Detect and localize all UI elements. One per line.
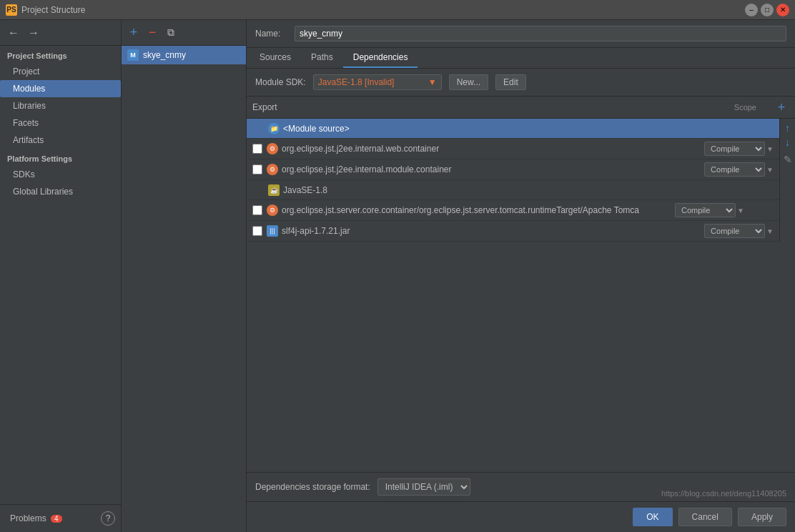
maximize-button[interactable]: □: [761, 4, 774, 16]
dep-name-module-container: org.eclipse.jst.j2ee.internal.module.con…: [282, 164, 704, 174]
sdk-dropdown-icon: ▼: [428, 77, 437, 87]
sdk-select[interactable]: JavaSE-1.8 [Invalid] ▼: [313, 74, 442, 90]
help-button[interactable]: ?: [101, 511, 115, 526]
sidebar-item-facets[interactable]: Facets: [0, 114, 121, 132]
move-up-button[interactable]: ↑: [781, 122, 794, 134]
jdk-icon: ☕: [268, 184, 280, 196]
dep-name-javase: JavaSE-1.8: [283, 185, 774, 195]
watermark: https://blog.csdn.net/deng11408205: [661, 489, 786, 498]
sidebar-item-artifacts[interactable]: Artifacts: [0, 132, 121, 149]
window-title: Project Structure: [21, 5, 745, 15]
dep-name-module-source: <Module source>: [283, 124, 774, 134]
dep-row-javase[interactable]: ☕ JavaSE-1.8: [247, 180, 779, 200]
platform-settings-header: Platform Settings: [0, 149, 121, 166]
dep-checkbox-module-container[interactable]: [252, 164, 262, 174]
dep-row-module-source[interactable]: 📁 <Module source>: [247, 119, 779, 139]
cancel-button[interactable]: Cancel: [678, 508, 732, 526]
module-icon: M: [127, 49, 139, 61]
dep-name-tomcat: org.eclipse.jst.server.core.container/or…: [282, 205, 675, 215]
dep-row-slf4j[interactable]: ||| slf4j-api-1.7.21.jar Compile Provide…: [247, 221, 779, 242]
folder-icon: 📁: [268, 123, 280, 134]
sidebar-item-global-libraries[interactable]: Global Libraries: [0, 183, 121, 200]
dep-scope-module-container[interactable]: Compile Provided Runtime Test: [704, 162, 765, 177]
dep-name-web-container: org.eclipse.jst.j2ee.internal.web.contai…: [282, 144, 704, 154]
sidebar: ← → Project Settings Project Modules Lib…: [0, 20, 122, 532]
project-settings-header: Project Settings: [0, 46, 121, 63]
deps-rows: 📁 <Module source> ⚙ org.eclipse.jst.j2ee…: [247, 119, 779, 242]
ok-button[interactable]: OK: [633, 508, 672, 526]
scope-dropdown-icon: ▼: [766, 145, 774, 153]
copy-module-button[interactable]: ⧉: [163, 25, 179, 41]
deps-table-inner: 📁 <Module source> ⚙ org.eclipse.jst.j2ee…: [247, 119, 795, 242]
sidebar-bottom: Problems 4 ?: [0, 504, 121, 532]
tabs-row: Sources Paths Dependencies: [247, 48, 795, 69]
app-icon: PS: [6, 4, 17, 16]
dep-scope-slf4j[interactable]: Compile Provided Runtime Test: [704, 224, 765, 238]
title-bar: PS Project Structure – □ ✕: [0, 0, 795, 20]
storage-label: Dependencies storage format:: [255, 482, 370, 492]
apply-button[interactable]: Apply: [738, 508, 786, 526]
back-button[interactable]: ←: [6, 25, 21, 41]
dep-scope-tomcat[interactable]: Compile Provided Runtime Test: [675, 203, 736, 217]
sdk-row: Module SDK: JavaSE-1.8 [Invalid] ▼ New..…: [247, 69, 795, 97]
scope-dropdown-icon-2: ▼: [766, 166, 774, 174]
new-sdk-button[interactable]: New...: [449, 74, 488, 90]
sidebar-toolbar: ← →: [0, 20, 121, 46]
dep-checkbox-web-container[interactable]: [252, 144, 262, 154]
dep-checkbox-tomcat[interactable]: [252, 205, 262, 215]
module-item-label: skye_cnmy: [143, 50, 186, 60]
lib-icon-tomcat: ⚙: [267, 205, 278, 216]
sdk-label: Module SDK:: [255, 77, 306, 87]
add-dependency-button[interactable]: +: [774, 99, 789, 115]
tab-paths[interactable]: Paths: [301, 48, 343, 68]
module-item-skye-cnmy[interactable]: M skye_cnmy: [122, 46, 246, 64]
dialog-buttons: OK Cancel Apply: [247, 501, 795, 532]
dep-checkbox-slf4j[interactable]: [252, 226, 262, 236]
forward-button[interactable]: →: [26, 25, 41, 41]
add-module-button[interactable]: +: [126, 25, 142, 41]
problems-badge: 4: [51, 515, 62, 523]
export-col-header: Export: [252, 102, 310, 112]
main-layout: ← → Project Settings Project Modules Lib…: [0, 20, 795, 532]
sidebar-item-project[interactable]: Project: [0, 63, 121, 80]
tab-sources[interactable]: Sources: [250, 48, 301, 68]
dep-scope-web-container[interactable]: Compile Provided Runtime Test: [704, 142, 765, 156]
dep-row-web-container[interactable]: ⚙ org.eclipse.jst.j2ee.internal.web.cont…: [247, 139, 779, 159]
dep-row-tomcat[interactable]: ⚙ org.eclipse.jst.server.core.container/…: [247, 200, 779, 221]
scope-dropdown-icon-3: ▼: [737, 207, 744, 215]
sdk-value: JavaSE-1.8 [Invalid]: [318, 77, 395, 87]
lib-icon-web-container: ⚙: [267, 143, 278, 154]
remove-module-button[interactable]: −: [144, 25, 160, 41]
right-panel: Name: Sources Paths Dependencies Module …: [247, 20, 795, 532]
sidebar-item-modules[interactable]: Modules: [0, 80, 121, 97]
deps-side-arrows: ↑ ↓ ✎: [779, 119, 795, 242]
module-list-panel: + − ⧉ M skye_cnmy: [122, 20, 247, 532]
edit-dep-button[interactable]: ✎: [781, 153, 794, 166]
problems-label: Problems: [10, 513, 46, 523]
name-row: Name:: [247, 20, 795, 48]
window-controls: – □ ✕: [745, 4, 789, 16]
sidebar-item-sdks[interactable]: SDKs: [0, 166, 121, 183]
deps-table-header: Export Scope +: [247, 97, 795, 119]
dep-name-slf4j: slf4j-api-1.7.21.jar: [282, 226, 704, 236]
minimize-button[interactable]: –: [745, 4, 758, 16]
name-label: Name:: [255, 29, 287, 39]
name-input[interactable]: [295, 26, 786, 41]
lib-icon-module-container: ⚙: [267, 164, 278, 175]
deps-content: Module SDK: JavaSE-1.8 [Invalid] ▼ New..…: [247, 69, 795, 472]
jar-icon: |||: [267, 225, 278, 237]
scope-col-header: Scope: [702, 103, 774, 112]
storage-format-select[interactable]: IntelliJ IDEA (.iml): [377, 478, 470, 496]
move-down-button[interactable]: ↓: [781, 136, 794, 149]
sidebar-item-problems[interactable]: Problems 4: [6, 511, 66, 526]
module-list-toolbar: + − ⧉: [122, 20, 246, 46]
dep-row-module-container[interactable]: ⚙ org.eclipse.jst.j2ee.internal.module.c…: [247, 159, 779, 180]
tab-dependencies[interactable]: Dependencies: [343, 48, 418, 68]
edit-sdk-button[interactable]: Edit: [495, 74, 526, 90]
scope-dropdown-icon-4: ▼: [766, 227, 774, 235]
close-button[interactable]: ✕: [776, 4, 789, 16]
sidebar-item-libraries[interactable]: Libraries: [0, 97, 121, 114]
